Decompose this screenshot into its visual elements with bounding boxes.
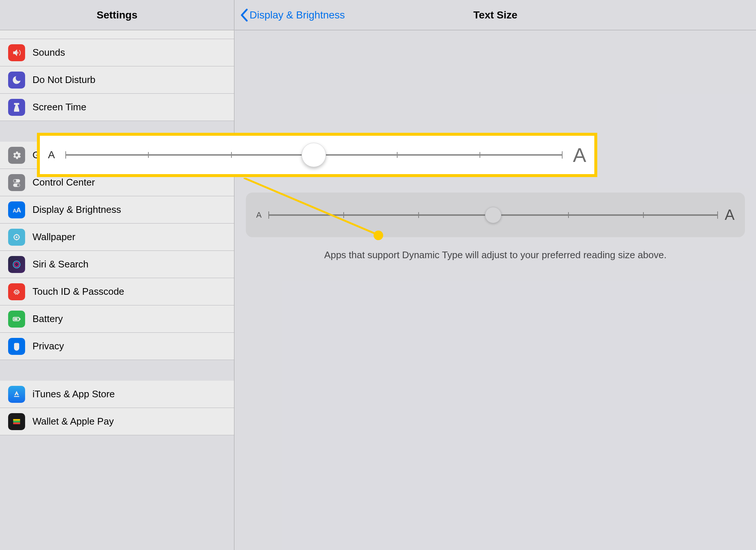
- sidebar-item-battery[interactable]: Battery: [0, 305, 234, 333]
- text-size-slider-highlight[interactable]: A A: [37, 133, 597, 177]
- display-icon: AA: [8, 201, 25, 218]
- chevron-left-icon: [240, 8, 248, 22]
- slider-label-large: A: [573, 143, 586, 166]
- slider-label-small: A: [48, 149, 55, 161]
- svg-point-1: [14, 179, 16, 182]
- callout-dot: [374, 231, 383, 240]
- detail-body: A A Apps that support Dynamic Type will …: [235, 193, 756, 262]
- slider-track[interactable]: [65, 154, 563, 156]
- svg-text:A: A: [16, 206, 21, 214]
- sidebar-item-screen-time[interactable]: Screen Time: [0, 94, 234, 121]
- sidebar-item-label: Wallpaper: [32, 231, 234, 243]
- sidebar-item-wallet[interactable]: Wallet & Apple Pay: [0, 408, 234, 435]
- svg-point-9: [16, 239, 17, 241]
- text-size-slider[interactable]: A A: [256, 207, 735, 223]
- sidebar-item-wallpaper[interactable]: Wallpaper: [0, 224, 234, 251]
- svg-point-7: [16, 236, 18, 238]
- wallet-icon: [8, 413, 25, 430]
- battery-icon: [8, 311, 25, 328]
- svg-rect-15: [20, 318, 20, 320]
- text-size-slider-card: A A: [246, 193, 745, 237]
- detail-header: Display & Brightness Text Size: [235, 0, 756, 30]
- svg-rect-17: [13, 419, 20, 421]
- dnd-icon: [8, 72, 25, 89]
- sidebar-item-label: Display & Brightness: [32, 204, 234, 215]
- svg-point-10: [13, 236, 15, 238]
- sidebar-item-label: iTunes & App Store: [32, 388, 234, 400]
- wallpaper-icon: [8, 229, 25, 246]
- svg-rect-19: [13, 422, 20, 424]
- sidebar-item-sounds[interactable]: Sounds: [0, 39, 234, 66]
- sidebar-item-label: Privacy: [32, 340, 234, 352]
- svg-rect-16: [14, 318, 17, 320]
- screen-time-icon: [8, 99, 25, 116]
- group-spacer: [0, 360, 234, 381]
- siri-icon: [8, 256, 25, 273]
- svg-point-3: [17, 184, 20, 186]
- privacy-icon: [8, 338, 25, 355]
- svg-point-11: [18, 236, 20, 238]
- dynamic-type-description: Apps that support Dynamic Type will adju…: [246, 248, 745, 262]
- detail-pane: Display & Brightness Text Size A A Apps …: [235, 0, 756, 550]
- sidebar-item-label: Do Not Disturb: [32, 74, 234, 86]
- sidebar-item-dnd[interactable]: Do Not Disturb: [0, 66, 234, 94]
- slider-label-small: A: [256, 210, 262, 220]
- control-center-icon: [8, 174, 25, 191]
- sidebar-item-appstore[interactable]: iTunes & App Store: [0, 381, 234, 408]
- sidebar-item-label: Control Center: [32, 177, 234, 188]
- group-spacer: [0, 435, 234, 456]
- sidebar-item-touchid[interactable]: Touch ID & Passcode: [0, 278, 234, 305]
- slider-track[interactable]: [268, 214, 718, 216]
- touchid-icon: [8, 283, 25, 300]
- svg-point-13: [14, 262, 19, 267]
- slider-thumb[interactable]: [485, 207, 501, 223]
- sidebar-item-label: Siri & Search: [32, 259, 234, 270]
- back-button[interactable]: Display & Brightness: [240, 8, 345, 22]
- sidebar-item-privacy[interactable]: Privacy: [0, 333, 234, 360]
- sounds-icon: [8, 44, 25, 61]
- sidebar-item-label: Sounds: [32, 47, 234, 58]
- settings-sidebar: Settings Sounds Do Not Disturb Screen Ti…: [0, 0, 234, 550]
- svg-point-8: [16, 234, 17, 235]
- sidebar-item-display[interactable]: AA Display & Brightness: [0, 196, 234, 224]
- sidebar-item-label: Battery: [32, 313, 234, 325]
- back-button-label: Display & Brightness: [250, 9, 345, 21]
- slider-thumb[interactable]: [302, 143, 326, 167]
- sidebar-item-cut[interactable]: [0, 30, 234, 39]
- general-icon: [8, 147, 25, 164]
- sidebar-header: Settings: [0, 0, 234, 30]
- sidebar-item-siri[interactable]: Siri & Search: [0, 251, 234, 278]
- sidebar-title: Settings: [0, 9, 234, 21]
- svg-rect-18: [13, 421, 20, 422]
- sidebar-item-label: Screen Time: [32, 101, 234, 113]
- appstore-icon: [8, 386, 25, 403]
- sidebar-item-label: Wallet & Apple Pay: [32, 416, 234, 427]
- slider-label-large: A: [725, 207, 735, 223]
- sidebar-item-label: Touch ID & Passcode: [32, 286, 234, 297]
